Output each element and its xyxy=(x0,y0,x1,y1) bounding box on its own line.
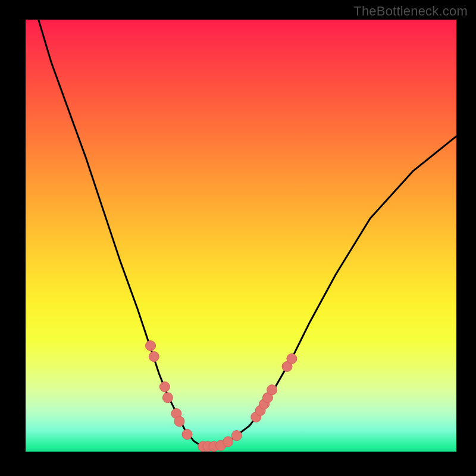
curve-marker xyxy=(146,341,156,351)
curve-marker xyxy=(162,393,173,403)
curve-marker xyxy=(223,437,233,447)
plot-area xyxy=(26,20,456,452)
chart-svg xyxy=(26,20,456,452)
curve-marker xyxy=(231,431,242,441)
highlight-markers xyxy=(146,341,297,452)
curve-marker xyxy=(159,382,170,392)
curve-marker xyxy=(287,353,297,364)
curve-marker xyxy=(174,416,184,427)
chart-frame: TheBottleneck.com xyxy=(0,0,476,476)
curve-marker xyxy=(149,352,159,362)
attribution-label: TheBottleneck.com xyxy=(353,4,468,19)
curve-path xyxy=(39,20,456,446)
curve-marker xyxy=(182,430,192,440)
curve-marker xyxy=(267,385,277,395)
bottleneck-curve xyxy=(39,20,456,446)
